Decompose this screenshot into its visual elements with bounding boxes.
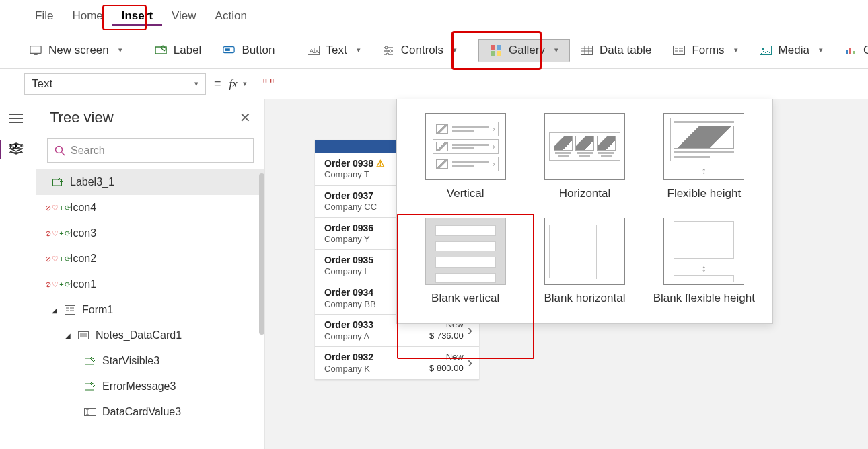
svg-rect-48 xyxy=(85,384,94,390)
tree: Label3_1 ⊘♡+⟳ Icon4 ⊘♡+⟳ Icon3 ⊘♡+⟳ Icon… xyxy=(36,169,264,449)
fx-button[interactable]: fx ▾ xyxy=(229,77,247,91)
property-selector[interactable]: Text ▾ xyxy=(24,73,206,95)
svg-rect-14 xyxy=(497,45,501,50)
menu-home[interactable]: Home xyxy=(63,7,112,26)
menu-file[interactable]: File xyxy=(26,7,63,26)
datacard-icon xyxy=(77,331,90,339)
order-title: Order 0933 xyxy=(324,319,373,331)
tree-view-title: Tree view xyxy=(50,109,114,126)
property-selector-value: Text xyxy=(32,77,52,91)
svg-rect-38 xyxy=(53,179,62,186)
tree-node-label: DataCardValue3 xyxy=(102,406,181,418)
search-icon xyxy=(55,145,65,156)
tree-search-placeholder: Search xyxy=(71,145,105,157)
tree-node-datacardvalue3[interactable]: DataCardValue3 xyxy=(36,399,264,425)
ribbon-forms[interactable]: Forms ▾ xyxy=(662,40,748,61)
ribbon-data-table-label: Data table xyxy=(600,44,652,57)
gallery-option-label: Blank vertical xyxy=(431,292,499,305)
gallery-option-vertical[interactable]: › › › Vertical xyxy=(409,110,521,203)
gallery-option-blank-vertical[interactable]: Blank vertical xyxy=(409,215,521,308)
menu-action[interactable]: Action xyxy=(206,7,256,26)
ribbon-controls[interactable]: Controls ▾ xyxy=(371,40,468,61)
main-area: Tree view ✕ Search Label3_1 ⊘♡+⟳ Icon4 ⊘… xyxy=(0,99,868,449)
svg-point-12 xyxy=(386,53,389,55)
media-icon xyxy=(760,44,772,56)
ribbon-forms-label: Forms xyxy=(692,44,724,57)
collapse-icon[interactable]: ◢ xyxy=(65,332,71,339)
ribbon-label[interactable]: Label xyxy=(144,40,213,61)
order-row[interactable]: Order 0932Company KNew$ 800.00› xyxy=(315,347,479,379)
menu-view[interactable]: View xyxy=(162,7,206,26)
scrollbar-thumb[interactable] xyxy=(259,173,264,335)
iconset-icon: ⊘♡+⟳ xyxy=(51,204,65,212)
gallery-icon xyxy=(490,44,502,56)
tree-node-icon2[interactable]: ⊘♡+⟳ Icon2 xyxy=(36,246,264,272)
screen-icon xyxy=(30,44,42,56)
ribbon-chart-label: Chart xyxy=(863,44,868,57)
order-amount: $ 736.00 xyxy=(429,331,464,342)
formula-value[interactable]: "" xyxy=(262,77,275,91)
iconset-icon: ⊘♡+⟳ xyxy=(51,281,65,288)
tree-node-icon3[interactable]: ⊘♡+⟳ Icon3 xyxy=(36,220,264,246)
tree-node-notes-datacard1[interactable]: ◢ Notes_DataCard1 xyxy=(36,323,264,348)
order-status: New xyxy=(429,352,464,363)
svg-line-37 xyxy=(62,153,65,156)
chevron-down-icon: ▾ xyxy=(243,79,247,88)
collapse-icon[interactable]: ◢ xyxy=(51,307,58,314)
tree-view-panel: Tree view ✕ Search Label3_1 ⊘♡+⟳ Icon4 ⊘… xyxy=(36,99,265,449)
gallery-option-label: Blank flexible height xyxy=(653,292,755,305)
ribbon-new-screen[interactable]: New screen ▾ xyxy=(19,40,133,61)
ribbon-text[interactable]: Abc Text ▾ xyxy=(297,40,371,61)
ribbon-media-label: Media xyxy=(779,44,809,57)
svg-rect-29 xyxy=(846,50,848,54)
gallery-option-label: Horizontal xyxy=(559,187,611,200)
ribbon-button-label: Button xyxy=(242,44,275,57)
tree-node-errormessage3[interactable]: ErrorMessage3 xyxy=(36,374,264,399)
ribbon: New screen ▾ Label Button Abc Text ▾ Con… xyxy=(0,32,868,69)
gallery-option-blank-flexible-height[interactable]: ↕ Blank flexible height xyxy=(648,215,760,308)
ribbon-button[interactable]: Button xyxy=(212,40,285,61)
ribbon-data-table[interactable]: Data table xyxy=(570,40,663,61)
formula-bar: Text ▾ = fx ▾ "" xyxy=(0,69,868,99)
blankfh-picto: ↕ xyxy=(663,218,744,285)
tree-node-label: Icon2 xyxy=(70,253,96,265)
order-company: Company K xyxy=(324,364,373,375)
ribbon-gallery-label: Gallery xyxy=(509,44,545,57)
gallery-option-blank-horizontal[interactable]: Blank horizontal xyxy=(528,215,641,308)
iconset-icon: ⊘♡+⟳ xyxy=(51,255,65,263)
gallery-option-label: Flexible height xyxy=(667,187,742,200)
hamburger-icon[interactable] xyxy=(9,113,28,126)
gallery-option-flexible-height[interactable]: ↕ Flexible height xyxy=(648,110,760,203)
tree-node-starvisible3[interactable]: StarVisible3 xyxy=(36,348,264,374)
order-title: Order 0938 ⚠ xyxy=(324,157,385,169)
blankv-picto xyxy=(425,218,506,285)
tree-view-rail-icon[interactable] xyxy=(9,142,28,156)
order-title: Order 0937 xyxy=(324,190,377,202)
chevron-down-icon: ▾ xyxy=(453,46,457,54)
tree-node-icon4[interactable]: ⊘♡+⟳ Icon4 xyxy=(36,195,264,220)
tree-search[interactable]: Search xyxy=(47,138,254,163)
canvas: Order 0938 ⚠Company TInvoi$ 2,876Order 0… xyxy=(265,99,868,449)
tree-node-label: ErrorMessage3 xyxy=(102,380,176,393)
vertical-picto: › › › xyxy=(425,113,506,180)
ribbon-gallery[interactable]: Gallery ▾ xyxy=(478,39,570,62)
ribbon-media[interactable]: Media ▾ xyxy=(749,40,834,61)
close-icon[interactable]: ✕ xyxy=(240,110,251,126)
horizontal-picto xyxy=(544,113,625,180)
ribbon-chart[interactable]: Chart xyxy=(834,40,868,61)
svg-point-36 xyxy=(56,147,63,153)
svg-rect-47 xyxy=(85,358,94,364)
chevron-down-icon: ▾ xyxy=(118,46,122,54)
tree-node-form1[interactable]: ◢ Form1 xyxy=(36,297,264,323)
tree-node-label3-1[interactable]: Label3_1 xyxy=(36,169,264,195)
chevron-down-icon: ▾ xyxy=(819,46,823,54)
datatable-icon xyxy=(581,44,593,56)
label-icon xyxy=(155,44,167,56)
order-title: Order 0934 xyxy=(324,286,376,298)
gallery-option-horizontal[interactable]: Horizontal xyxy=(528,110,641,203)
tree-node-label: Notes_DataCard1 xyxy=(96,329,182,341)
order-company: Company T xyxy=(324,169,385,181)
tree-node-icon1[interactable]: ⊘♡+⟳ Icon1 xyxy=(36,272,264,297)
menu-insert[interactable]: Insert xyxy=(112,7,162,26)
tree-node-label: Form1 xyxy=(82,304,113,316)
